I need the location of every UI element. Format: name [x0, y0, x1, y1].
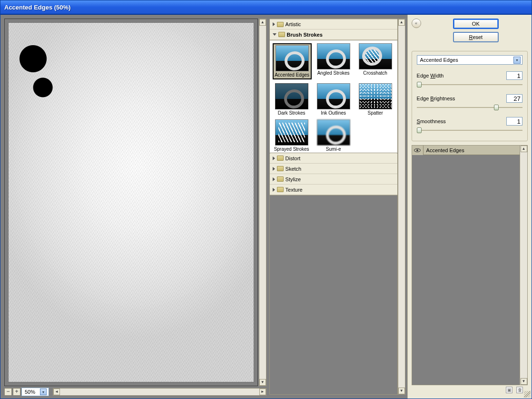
- preview-bottom-bar: − + 50% ▼ ◄ ►: [4, 387, 266, 397]
- thumbnail-label: Ink Outlines: [315, 110, 353, 116]
- thumbnail-label: Spatter: [356, 110, 394, 116]
- effect-stack-label: Accented Edges: [424, 147, 464, 153]
- scroll-left-icon[interactable]: ◄: [53, 389, 60, 395]
- thumb-sprayed-strokes[interactable]: Sprayed Strokes: [273, 119, 311, 152]
- param-edge-width: Edge Width: [417, 71, 522, 88]
- thumbnail-image: [275, 119, 308, 146]
- param-label: Edge Width: [417, 73, 444, 78]
- folder-icon: [278, 32, 285, 37]
- category-brush-strokes[interactable]: Brush Strokes: [270, 29, 397, 40]
- thumb-ink-outlines[interactable]: Ink Outlines: [315, 83, 353, 116]
- slider-handle-icon[interactable]: [494, 105, 499, 110]
- folder-icon: [277, 156, 284, 161]
- thumbnail-image: [317, 43, 350, 69]
- disclosure-open-icon: [273, 33, 276, 36]
- preview-horizontal-scrollbar[interactable]: ◄ ►: [53, 388, 266, 396]
- chevron-down-icon[interactable]: ▼: [513, 57, 521, 64]
- folder-icon: [277, 187, 284, 192]
- thumbnail-image: [276, 45, 309, 71]
- thumb-angled-strokes[interactable]: Angled Strokes: [315, 43, 353, 79]
- filter-tree-empty-area: [269, 195, 398, 395]
- scroll-down-icon[interactable]: ▼: [259, 379, 266, 386]
- visibility-toggle[interactable]: [412, 146, 424, 155]
- resize-grip-icon[interactable]: [524, 391, 531, 398]
- filter-thumbnails: Accented Edges Angled Strokes Crosshatch: [269, 40, 398, 153]
- param-value-input[interactable]: [506, 117, 522, 126]
- thumbnail-image: [359, 83, 392, 109]
- slider-handle-icon[interactable]: [417, 82, 422, 88]
- category-label: Stylize: [286, 176, 301, 182]
- thumbnail-label: Angled Strokes: [315, 70, 353, 76]
- scroll-down-icon[interactable]: ▼: [398, 388, 405, 394]
- effect-name: Accented Edges: [420, 57, 458, 63]
- scroll-up-icon[interactable]: ▲: [398, 19, 405, 26]
- thumbnail-label: Sprayed Strokes: [273, 146, 311, 152]
- param-label: Edge Brightness: [417, 96, 455, 101]
- zoom-value: 50%: [25, 389, 35, 395]
- effect-stack-item[interactable]: Accented Edges: [412, 146, 520, 155]
- scroll-down-icon[interactable]: ▼: [521, 378, 527, 385]
- zoom-out-button[interactable]: −: [4, 388, 12, 396]
- param-slider[interactable]: [417, 127, 522, 133]
- eye-icon: [414, 148, 421, 152]
- category-distort[interactable]: Distort: [270, 153, 397, 164]
- chevron-down-icon[interactable]: ▼: [40, 389, 47, 395]
- trash-icon: 🗑: [518, 388, 522, 392]
- effect-stack-empty: [412, 155, 520, 385]
- thumbnail-label: Sumi-e: [315, 146, 353, 152]
- preview-vertical-scrollbar[interactable]: ▲ ▼: [259, 19, 266, 386]
- thumb-accented-edges[interactable]: Accented Edges: [273, 43, 312, 79]
- disclosure-closed-icon: [273, 188, 275, 192]
- filter-category-tree: Artistic Brush Strokes: [269, 19, 398, 40]
- stack-vertical-scrollbar[interactable]: ▲ ▼: [520, 146, 527, 385]
- folder-icon: [277, 22, 284, 27]
- thumbnail-image: [359, 43, 392, 69]
- ok-button[interactable]: OK: [453, 19, 499, 29]
- effect-select[interactable]: Accented Edges ▼: [417, 55, 522, 65]
- filter-gallery-pane: Artistic Brush Strokes Accented Edges: [268, 15, 407, 399]
- category-label: Distort: [286, 156, 301, 161]
- category-texture[interactable]: Texture: [270, 185, 397, 195]
- param-label: Smoothness: [417, 118, 446, 124]
- param-slider[interactable]: [417, 105, 522, 110]
- thumbnail-image: [317, 83, 350, 109]
- delete-effect-layer-button[interactable]: 🗑: [516, 387, 523, 393]
- category-sketch[interactable]: Sketch: [270, 164, 397, 174]
- folder-icon: [277, 166, 284, 171]
- thumbnail-label: Accented Edges: [273, 72, 311, 78]
- zoom-select[interactable]: 50% ▼: [21, 388, 49, 396]
- thumbnail-label: Dark Strokes: [273, 110, 311, 116]
- filter-category-tree-lower: Distort Sketch Stylize: [269, 153, 398, 195]
- disclosure-closed-icon: [273, 156, 275, 160]
- category-label: Texture: [286, 187, 303, 193]
- disclosure-closed-icon: [273, 22, 275, 26]
- disclosure-closed-icon: [273, 177, 275, 181]
- thumbnail-label: Crosshatch: [356, 70, 394, 76]
- thumb-spatter[interactable]: Spatter: [356, 83, 394, 116]
- gallery-vertical-scrollbar[interactable]: ▲ ▼: [398, 19, 405, 395]
- effect-stack-panel: Accented Edges ▲ ▼: [412, 145, 528, 385]
- param-smoothness: Smoothness: [417, 117, 522, 133]
- scroll-up-icon[interactable]: ▲: [259, 19, 266, 26]
- new-effect-layer-button[interactable]: ▣: [506, 387, 512, 393]
- collapse-settings-button[interactable]: «: [412, 19, 421, 28]
- double-chevron-up-icon: «: [415, 21, 417, 26]
- category-stylize[interactable]: Stylize: [270, 174, 397, 185]
- param-value-input[interactable]: [506, 94, 522, 103]
- param-slider[interactable]: [417, 82, 522, 88]
- category-artistic[interactable]: Artistic: [270, 19, 397, 29]
- scroll-right-icon[interactable]: ►: [259, 389, 266, 395]
- preview-image[interactable]: [4, 19, 258, 386]
- thumb-sumi-e[interactable]: Sumi-e: [315, 119, 353, 152]
- reset-button[interactable]: Reset: [453, 32, 499, 42]
- thumb-crosshatch[interactable]: Crosshatch: [356, 43, 394, 79]
- category-label: Brush Strokes: [287, 32, 323, 38]
- window-titlebar: Accented Edges (50%): [0, 0, 532, 14]
- slider-handle-icon[interactable]: [417, 127, 422, 133]
- zoom-in-button[interactable]: +: [13, 388, 20, 396]
- scroll-up-icon[interactable]: ▲: [521, 146, 527, 152]
- param-value-input[interactable]: [506, 71, 522, 80]
- controls-pane: « OK Reset Accented Edges ▼ Edge Width: [407, 15, 532, 399]
- param-edge-brightness: Edge Brightness: [417, 94, 522, 110]
- thumb-dark-strokes[interactable]: Dark Strokes: [273, 83, 311, 116]
